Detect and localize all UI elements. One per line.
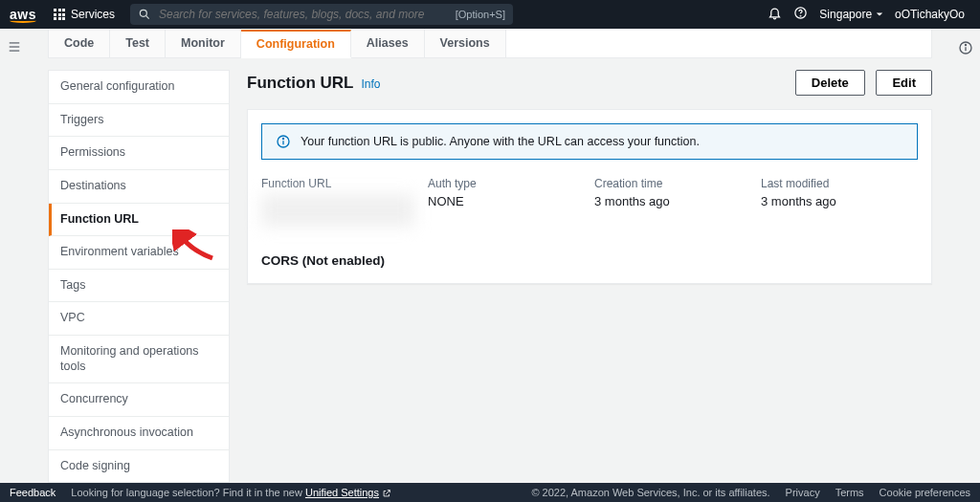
tab-versions[interactable]: Versions bbox=[425, 29, 506, 57]
panel-head: Function URL Info Delete Edit bbox=[247, 70, 932, 96]
cors-section: CORS (Not enabled) bbox=[248, 244, 931, 283]
grid-icon bbox=[54, 9, 65, 20]
sidebar-item-vpc[interactable]: VPC bbox=[49, 302, 229, 336]
unified-settings-link[interactable]: Unified Settings bbox=[305, 487, 379, 498]
sidebar-item-destinations[interactable]: Destinations bbox=[49, 170, 229, 204]
left-gutter bbox=[0, 29, 29, 483]
right-gutter bbox=[951, 29, 980, 483]
panel-area: Function URL Info Delete Edit Your funct… bbox=[247, 70, 932, 483]
user-label: oOTichakyOo bbox=[895, 8, 965, 21]
search-input[interactable] bbox=[159, 8, 448, 21]
svg-point-9 bbox=[282, 138, 283, 139]
auth-value: NONE bbox=[428, 194, 464, 208]
footer: Feedback Looking for language selection?… bbox=[0, 483, 980, 502]
svg-line-1 bbox=[145, 15, 148, 18]
tab-configuration[interactable]: Configuration bbox=[241, 30, 351, 58]
info-link[interactable]: Info bbox=[361, 77, 380, 91]
modified-label: Last modified bbox=[761, 177, 918, 190]
detail-auth: Auth type NONE bbox=[428, 177, 585, 227]
sidebar-item-triggers[interactable]: Triggers bbox=[49, 104, 229, 138]
detail-created: Creation time 3 months ago bbox=[594, 177, 751, 227]
layout: Code Test Monitor Configuration Aliases … bbox=[0, 29, 980, 483]
info-icon bbox=[276, 134, 291, 149]
content-row: General configuration Triggers Permissio… bbox=[29, 58, 951, 483]
hamburger-icon[interactable] bbox=[7, 40, 22, 54]
aws-logo[interactable]: aws bbox=[10, 7, 36, 23]
services-menu[interactable]: Services bbox=[48, 8, 121, 21]
privacy-link[interactable]: Privacy bbox=[786, 487, 820, 498]
chevron-down-icon bbox=[876, 11, 883, 18]
sidebar-item-monitoring[interactable]: Monitoring and operations tools bbox=[49, 336, 229, 383]
tab-aliases[interactable]: Aliases bbox=[351, 29, 425, 57]
user-menu[interactable]: oOTichakyOo bbox=[895, 8, 965, 21]
top-header: aws Services [Option+S] Singapore oOTich… bbox=[0, 0, 980, 29]
lang-hint: Looking for language selection? Find it … bbox=[71, 487, 391, 498]
created-value: 3 months ago bbox=[594, 194, 670, 208]
help-icon[interactable] bbox=[793, 6, 808, 23]
feedback-link[interactable]: Feedback bbox=[10, 487, 56, 498]
created-label: Creation time bbox=[594, 177, 751, 190]
url-label: Function URL bbox=[261, 177, 418, 190]
notice-text: Your function URL is public. Anyone with… bbox=[301, 135, 700, 148]
sidebar-item-code-signing[interactable]: Code signing bbox=[49, 450, 229, 484]
search-wrap[interactable]: [Option+S] bbox=[130, 4, 513, 25]
auth-label: Auth type bbox=[428, 177, 585, 190]
sidebar-item-tags[interactable]: Tags bbox=[49, 270, 229, 303]
panel-title: Function URL bbox=[247, 74, 353, 93]
tab-test[interactable]: Test bbox=[110, 29, 166, 57]
tab-bar: Code Test Monitor Configuration Aliases … bbox=[48, 29, 932, 58]
config-sidebar: General configuration Triggers Permissio… bbox=[48, 70, 230, 483]
svg-point-3 bbox=[801, 15, 802, 16]
tab-monitor[interactable]: Monitor bbox=[166, 29, 241, 57]
sidebar-item-general[interactable]: General configuration bbox=[49, 71, 229, 104]
modified-value: 3 months ago bbox=[761, 194, 836, 208]
cookie-prefs-link[interactable]: Cookie preferences bbox=[880, 487, 970, 498]
aws-logo-text: aws bbox=[10, 7, 36, 22]
sidebar-item-function-url[interactable]: Function URL bbox=[49, 204, 229, 237]
search-shortcut: [Option+S] bbox=[456, 9, 505, 20]
svg-point-12 bbox=[965, 44, 966, 45]
detail-modified: Last modified 3 months ago bbox=[761, 177, 918, 227]
info-panel-icon[interactable] bbox=[958, 40, 973, 55]
search-icon bbox=[138, 8, 151, 21]
detail-grid: Function URL Auth type NONE Creation tim… bbox=[248, 173, 931, 244]
function-url-card: Your function URL is public. Anyone with… bbox=[247, 109, 932, 284]
copyright: © 2022, Amazon Web Services, Inc. or its… bbox=[531, 487, 769, 498]
sidebar-item-permissions[interactable]: Permissions bbox=[49, 137, 229, 170]
svg-point-0 bbox=[140, 10, 146, 16]
edit-button[interactable]: Edit bbox=[876, 70, 932, 96]
tab-code[interactable]: Code bbox=[49, 29, 110, 57]
region-selector[interactable]: Singapore bbox=[819, 8, 883, 21]
detail-url: Function URL bbox=[261, 177, 418, 227]
sidebar-item-env-vars[interactable]: Environment variables bbox=[49, 236, 229, 270]
notifications-icon[interactable] bbox=[768, 6, 782, 23]
region-label: Singapore bbox=[819, 8, 872, 21]
url-value-redacted bbox=[261, 194, 414, 227]
sidebar-item-async[interactable]: Asynchronous invocation bbox=[49, 417, 229, 450]
services-label: Services bbox=[71, 8, 115, 21]
terms-link[interactable]: Terms bbox=[835, 487, 864, 498]
delete-button[interactable]: Delete bbox=[795, 70, 865, 96]
external-link-icon bbox=[382, 489, 391, 498]
info-notice: Your function URL is public. Anyone with… bbox=[261, 123, 918, 160]
sidebar-item-concurrency[interactable]: Concurrency bbox=[49, 383, 229, 417]
main-column: Code Test Monitor Configuration Aliases … bbox=[29, 29, 951, 483]
